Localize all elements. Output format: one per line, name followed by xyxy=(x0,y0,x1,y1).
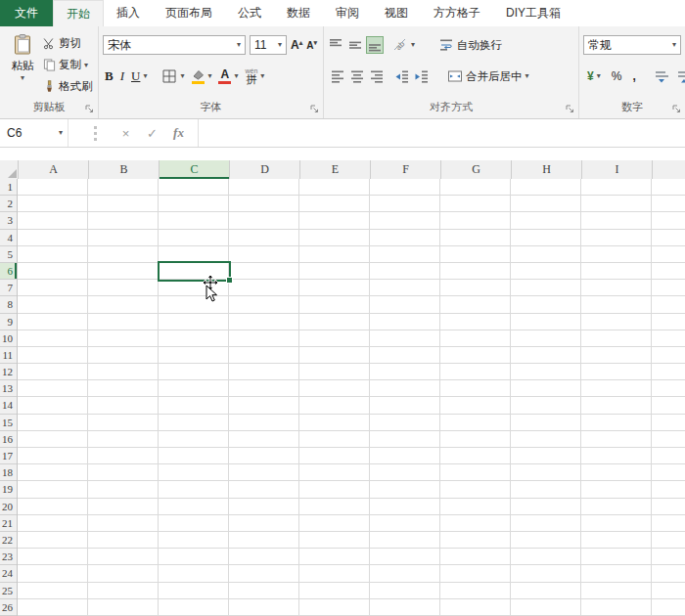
row-header-26[interactable]: 26 xyxy=(0,599,17,616)
copy-button[interactable]: 复制 ▾ xyxy=(43,56,93,74)
alignment-dialog-launcher-icon[interactable] xyxy=(566,105,574,113)
column-header-J[interactable]: J xyxy=(653,160,685,179)
orientation-button[interactable]: ab ▾ xyxy=(392,37,415,53)
tab-review[interactable]: 审阅 xyxy=(323,0,372,26)
font-size-combo[interactable]: 11 ▾ xyxy=(250,35,287,55)
row-header-2[interactable]: 2 xyxy=(0,196,17,212)
format-painter-button[interactable]: 格式刷 xyxy=(43,77,93,96)
row-header-24[interactable]: 24 xyxy=(0,565,17,582)
column-header-F[interactable]: F xyxy=(371,160,441,179)
tab-diy-toolbox[interactable]: DIY工具箱 xyxy=(493,0,573,26)
formula-bar-resize-handle[interactable] xyxy=(94,126,97,141)
font-name-value: 宋体 xyxy=(108,37,233,54)
merge-center-button[interactable]: 合并后居中 ▾ xyxy=(447,68,529,84)
cut-button[interactable]: 剪切 xyxy=(43,34,93,53)
grid-cells[interactable] xyxy=(18,179,685,616)
row-header-15[interactable]: 15 xyxy=(0,415,17,431)
align-middle-icon[interactable] xyxy=(347,37,363,53)
wrap-text-icon xyxy=(438,37,454,53)
align-left-icon[interactable] xyxy=(330,68,345,84)
name-box[interactable]: C6 ▾ xyxy=(0,119,68,147)
row-header-11[interactable]: 11 xyxy=(0,347,17,364)
column-header-G[interactable]: G xyxy=(441,160,512,179)
row-header-22[interactable]: 22 xyxy=(0,532,17,549)
row-header-3[interactable]: 3 xyxy=(0,212,17,229)
ribbon: 粘贴 ▾ 剪切 复制 ▾ xyxy=(0,26,685,119)
row-header-25[interactable]: 25 xyxy=(0,583,17,599)
fill-handle[interactable] xyxy=(226,277,233,284)
tab-page-layout[interactable]: 页面布局 xyxy=(153,0,225,26)
accounting-format-button[interactable]: ¥ ▾ xyxy=(585,69,603,83)
row-header-6[interactable]: 6 xyxy=(0,263,17,280)
row-header-5[interactable]: 5 xyxy=(0,246,17,263)
grow-font-button[interactable]: A▴ xyxy=(291,38,302,52)
tab-file[interactable]: 文件 xyxy=(0,0,53,26)
row-header-10[interactable]: 10 xyxy=(0,330,17,347)
tab-fangfanggezi[interactable]: 方方格子 xyxy=(421,0,493,26)
column-header-D[interactable]: D xyxy=(230,160,300,179)
decrease-indent-icon[interactable] xyxy=(394,68,410,84)
insert-function-button[interactable]: fx xyxy=(165,125,192,141)
tab-formulas[interactable]: 公式 xyxy=(225,0,274,26)
row-header-19[interactable]: 19 xyxy=(0,481,17,498)
bold-button[interactable]: B xyxy=(105,68,114,84)
clipboard-dialog-launcher-icon[interactable] xyxy=(85,105,94,113)
tab-home[interactable]: 开始 xyxy=(53,0,104,26)
row-header-20[interactable]: 20 xyxy=(0,499,17,515)
column-header-A[interactable]: A xyxy=(19,160,89,179)
row-header-21[interactable]: 21 xyxy=(0,515,17,532)
shrink-font-button[interactable]: A▾ xyxy=(306,40,317,51)
tab-view[interactable]: 视图 xyxy=(372,0,421,26)
select-all-corner[interactable] xyxy=(0,160,19,179)
decrease-decimal-icon[interactable] xyxy=(677,69,685,83)
format-painter-label: 格式刷 xyxy=(59,79,93,94)
row-header-8[interactable]: 8 xyxy=(0,296,17,313)
tab-data[interactable]: 数据 xyxy=(274,0,323,26)
tab-insert[interactable]: 插入 xyxy=(104,0,153,26)
italic-button[interactable]: I xyxy=(120,68,124,84)
phonetic-guide-button[interactable]: wén 拼 ▾ xyxy=(245,67,264,85)
wrap-text-button[interactable]: 自动换行 xyxy=(438,37,502,53)
column-header-H[interactable]: H xyxy=(512,160,582,179)
increase-decimal-icon[interactable] xyxy=(655,69,670,83)
comma-style-button[interactable]: , xyxy=(630,69,637,83)
selection-box[interactable] xyxy=(158,261,231,281)
column-header-C[interactable]: C xyxy=(160,160,230,179)
row-header-17[interactable]: 17 xyxy=(0,448,17,464)
align-center-icon[interactable] xyxy=(349,68,365,84)
row-header-9[interactable]: 9 xyxy=(0,314,17,330)
row-header-1[interactable]: 1 xyxy=(0,179,17,196)
percent-style-button[interactable]: % xyxy=(610,69,624,83)
align-top-icon[interactable] xyxy=(328,37,343,53)
row-header-13[interactable]: 13 xyxy=(0,380,17,397)
formula-input[interactable] xyxy=(198,119,685,147)
borders-button[interactable]: ▾ xyxy=(161,68,184,84)
column-headers-row: ABCDEFGHIJ xyxy=(0,160,685,180)
alignment-group-label: 对齐方式 xyxy=(324,100,578,114)
column-header-I[interactable]: I xyxy=(582,160,653,179)
number-format-combo[interactable]: 常规 ▾ xyxy=(583,35,681,55)
increase-indent-icon[interactable] xyxy=(414,68,430,84)
column-header-B[interactable]: B xyxy=(89,160,160,179)
cancel-button[interactable]: × xyxy=(113,126,139,141)
column-header-E[interactable]: E xyxy=(300,160,371,179)
paste-button[interactable]: 粘贴 ▾ xyxy=(4,33,41,82)
number-dialog-launcher-icon[interactable] xyxy=(672,105,681,113)
align-bottom-icon[interactable] xyxy=(367,37,383,53)
enter-button[interactable]: ✓ xyxy=(139,126,165,141)
font-dialog-launcher-icon[interactable] xyxy=(310,105,319,113)
row-header-14[interactable]: 14 xyxy=(0,397,17,414)
row-header-16[interactable]: 16 xyxy=(0,431,17,448)
orientation-dropdown-icon: ▾ xyxy=(411,41,415,49)
font-name-combo[interactable]: 宋体 ▾ xyxy=(103,35,246,55)
row-header-4[interactable]: 4 xyxy=(0,230,17,246)
row-header-12[interactable]: 12 xyxy=(0,364,17,380)
underline-button[interactable]: U ▾ xyxy=(131,68,147,84)
align-right-icon[interactable] xyxy=(369,68,385,84)
fill-color-button[interactable]: ▾ xyxy=(191,68,211,84)
mouse-pointer-icon xyxy=(206,285,218,302)
font-color-button[interactable]: A ▾ xyxy=(218,68,238,84)
row-header-18[interactable]: 18 xyxy=(0,464,17,481)
row-header-7[interactable]: 7 xyxy=(0,280,17,296)
row-header-23[interactable]: 23 xyxy=(0,549,17,565)
